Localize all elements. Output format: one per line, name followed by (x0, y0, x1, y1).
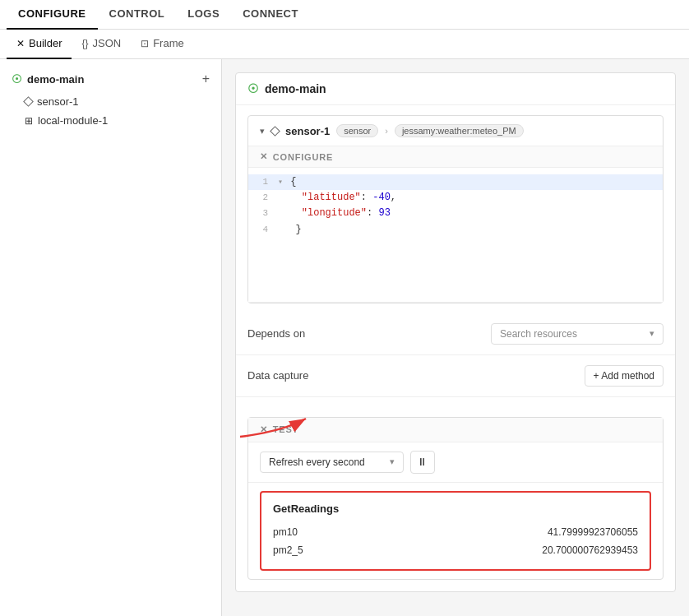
sidebar: ☉ demo-main + sensor-1 ⊞ local-module-1 (0, 59, 222, 616)
chevron-right-icon: › (385, 126, 388, 136)
code-line-4: 4 } (248, 222, 663, 238)
configure-label-text: CONFIGURE (273, 152, 333, 162)
sidebar-main-label-text: demo-main (27, 73, 84, 86)
panel-wifi-icon: ☉ (247, 81, 258, 96)
frame-icon: ⊡ (141, 38, 149, 49)
sidebar-item-local-module-1[interactable]: ⊞ local-module-1 (0, 111, 221, 130)
test-section: ✕ TEST Refresh every second ▾ ⏸ (247, 417, 664, 580)
sensor-name: sensor-1 (285, 125, 330, 137)
tab-frame[interactable]: ⊡ Frame (131, 30, 194, 59)
top-nav: CONFIGURE CONTROL LOGS CONNECT (0, 0, 689, 30)
reading-row-pm10: pm10 41.79999923706055 (273, 523, 638, 541)
refresh-dropdown[interactable]: Refresh every second ▾ (260, 452, 404, 473)
tab-builder-label: Builder (29, 37, 62, 49)
pause-icon: ⏸ (417, 456, 428, 468)
wifi-icon: ☉ (12, 72, 22, 86)
main-layout: ☉ demo-main + sensor-1 ⊞ local-module-1 … (0, 59, 689, 616)
refresh-label: Refresh every second (269, 456, 365, 468)
data-capture-row: Data capture + Add method (236, 355, 675, 397)
reading-row-pm2-5: pm2_5 20.700000762939453 (273, 541, 638, 559)
refresh-chevron-icon: ▾ (390, 456, 395, 467)
sub-nav: ✕ Builder {} JSON ⊡ Frame (0, 30, 689, 59)
reading-key-pm2-5: pm2_5 (273, 544, 303, 556)
code-editor[interactable]: 1 ▾ { 2 "latitude": -40, (248, 168, 663, 302)
braces-icon: {} (81, 38, 88, 49)
add-method-button[interactable]: + Add method (585, 365, 664, 387)
grid-icon: ⊞ (25, 115, 33, 127)
x-icon: ✕ (16, 38, 25, 49)
tab-frame-label: Frame (153, 37, 184, 49)
reading-key-pm10: pm10 (273, 526, 298, 538)
sensor-1-card: ▾ sensor-1 sensor › jessamy:weather:mete… (247, 115, 664, 303)
diamond-icon (25, 95, 32, 108)
tab-json-label: JSON (92, 37, 121, 49)
depends-on-label: Depends on (247, 327, 305, 340)
search-resources-placeholder: Search resources (500, 328, 577, 340)
collapse-icon: ✕ (260, 151, 268, 162)
nav-logs[interactable]: LOGS (176, 0, 231, 30)
fold-arrow-icon: ▾ (278, 178, 283, 187)
add-item-button[interactable]: + (202, 72, 210, 86)
demo-main-panel: ☉ demo-main ▾ sensor-1 sensor › jessamy:… (235, 72, 676, 592)
line-num-4: 4 (248, 222, 278, 238)
pause-button[interactable]: ⏸ (410, 451, 435, 474)
configure-section: ✕ CONFIGURE 1 ▾ { (248, 146, 663, 303)
reading-val-pm2-5: 20.700000762939453 (542, 544, 638, 556)
sidebar-item-sensor-1-label: sensor-1 (37, 95, 79, 108)
test-label: TEST (273, 424, 298, 434)
readings-box: GetReadings pm10 41.79999923706055 pm2_5… (260, 491, 651, 571)
panel-title: demo-main (265, 82, 326, 95)
code-content-3: "longitude": 93 (278, 206, 391, 221)
sensor-card-header: ▾ sensor-1 sensor › jessamy:weather:mete… (248, 116, 663, 146)
sidebar-header: ☉ demo-main + (0, 69, 221, 89)
configure-label: ✕ CONFIGURE (248, 146, 663, 168)
sensor-section: ▾ sensor-1 sensor › jessamy:weather:mete… (236, 105, 675, 303)
line-num-1: 1 (248, 174, 278, 190)
sensor-diamond-icon (271, 125, 279, 137)
nav-configure[interactable]: CONFIGURE (7, 0, 98, 30)
nav-control[interactable]: CONTROL (98, 0, 177, 30)
code-line-2: 2 "latitude": -40, (248, 190, 663, 206)
test-header: ✕ TEST (248, 418, 663, 442)
code-line-1: 1 ▾ { (248, 174, 663, 190)
data-capture-label: Data capture (247, 369, 308, 382)
sidebar-item-local-module-1-label: local-module-1 (38, 114, 108, 127)
search-resources-dropdown[interactable]: Search resources ▾ (491, 323, 664, 345)
test-collapse-icon: ✕ (260, 424, 268, 435)
content-area: ☉ demo-main ▾ sensor-1 sensor › jessamy:… (222, 59, 689, 616)
code-content-4: } (278, 222, 302, 238)
chevron-down-icon: ▾ (260, 126, 265, 137)
depends-on-row: Depends on Search resources ▾ (236, 313, 675, 355)
readings-title: GetReadings (273, 503, 638, 515)
panel-header: ☉ demo-main (236, 73, 675, 105)
sensor-badge-source: jessamy:weather:meteo_PM (395, 124, 524, 137)
line-num-2: 2 (248, 190, 278, 206)
code-line-3: 3 "longitude": 93 (248, 206, 663, 221)
line-num-3: 3 (248, 206, 278, 221)
test-section-wrapper: ✕ TEST Refresh every second ▾ ⏸ (236, 397, 675, 591)
sidebar-item-sensor-1[interactable]: sensor-1 (0, 92, 221, 111)
tab-builder[interactable]: ✕ Builder (7, 30, 72, 59)
nav-connect[interactable]: CONNECT (231, 0, 310, 30)
reading-val-pm10: 41.79999923706055 (548, 526, 638, 538)
test-controls: Refresh every second ▾ ⏸ (248, 442, 663, 483)
tab-json[interactable]: {} JSON (72, 30, 131, 59)
sensor-badge-sensor: sensor (336, 124, 378, 137)
sidebar-main-item[interactable]: ☉ demo-main (12, 72, 84, 86)
dropdown-chevron-icon: ▾ (650, 328, 654, 339)
code-content-2: "latitude": -40, (278, 190, 396, 206)
code-content-1: ▾ { (278, 174, 296, 190)
